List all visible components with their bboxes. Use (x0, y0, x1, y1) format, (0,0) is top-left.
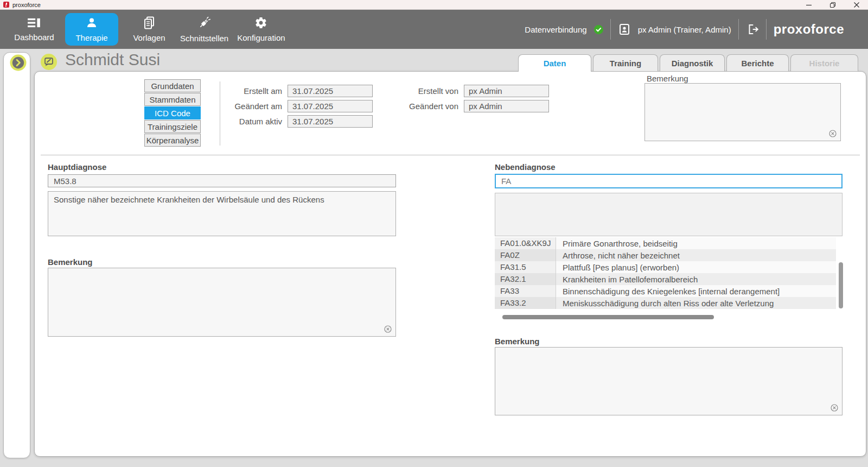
icd-code-cell: FA0Z (495, 249, 556, 261)
app-icon (3, 2, 9, 8)
icd-result-row[interactable]: FA0Z Arthrose, nicht näher bezeichnet (495, 249, 836, 261)
secondary-diagnosis-search-input[interactable] (495, 174, 843, 188)
collapsed-sidebar (3, 52, 30, 458)
logout-icon[interactable] (746, 23, 759, 36)
horizontal-divider (41, 155, 860, 155)
secondary-diagnosis-field-wrap (495, 174, 843, 188)
icd-text-cell: Primäre Gonarthrose, beidseitig (556, 239, 678, 248)
meta-remark-label: Bemerkung (647, 74, 688, 83)
changed-by-row: Geändert von (404, 100, 549, 112)
icd-code-cell: FA31.5 (495, 261, 556, 273)
nav-item-dashboard[interactable]: Dashboard (8, 13, 61, 46)
icd-result-row[interactable]: FA33.2 Meniskusschädigung durch alten Ri… (495, 297, 836, 309)
close-icon[interactable] (853, 1, 860, 9)
gear-icon (254, 16, 267, 31)
divider (738, 19, 739, 40)
tab-diagnostik[interactable]: Diagnostik (660, 54, 725, 71)
icd-text-cell: Meniskusschädigung durch alten Riss oder… (556, 299, 774, 308)
icd-result-row[interactable]: FA31.5 Plattfuß [Pes planus] (erworben) (495, 261, 836, 273)
icd-text-cell: Plattfuß [Pes planus] (erworben) (556, 263, 679, 272)
created-by-row: Erstellt von (404, 85, 549, 97)
active-date-label: Datum aktiv (228, 117, 282, 126)
patient-name: Schmidt Susi (65, 51, 160, 69)
secondary-remark-textarea[interactable] (495, 347, 843, 415)
tab-berichte[interactable]: Berichte (726, 54, 789, 71)
changed-at-label: Geändert am (228, 102, 282, 111)
user-badge-icon[interactable] (618, 23, 631, 36)
subnav-trainingsziele[interactable]: Trainingsziele (144, 120, 201, 133)
icd-code-cell: FA01.0&XK9J (495, 237, 556, 249)
connection-status-label: Datenverbindung (525, 25, 586, 34)
main-diagnosis-description: Sonstige näher bezeichnete Krankheiten d… (48, 191, 396, 236)
main-diagnosis-label: Hauptdiagnose (48, 162, 106, 172)
vertical-divider (220, 81, 220, 146)
icd-code-cell: FA33 (495, 285, 556, 297)
current-user-label: px Admin (Trainer, Admin) (638, 25, 731, 34)
secondary-diagnosis-label: Nebendiagnose (495, 162, 556, 172)
horizontal-scrollbar-thumb[interactable] (502, 315, 714, 319)
dashboard-icon (27, 17, 41, 31)
window-title: proxoforce (12, 2, 41, 8)
main-diagnosis-input[interactable] (48, 174, 396, 187)
created-by-input[interactable] (464, 85, 549, 97)
meta-remark-textarea[interactable] (644, 83, 841, 141)
changed-at-input[interactable] (288, 100, 373, 112)
active-date-input[interactable] (288, 115, 373, 128)
tab-historie[interactable]: Historie (790, 54, 858, 71)
clear-main-remark-icon[interactable] (384, 325, 392, 333)
subnav-grunddaten[interactable]: Grunddaten (144, 79, 201, 92)
check-circle-icon (594, 25, 603, 34)
nav-item-schnittstellen[interactable]: Schnittstellen (176, 13, 233, 46)
icd-result-row[interactable]: FA01.0&XK9J Primäre Gonarthrose, beidsei… (495, 237, 836, 249)
main-navbar: Dashboard Therapie Vorlagen Schnittstell… (0, 10, 868, 49)
person-icon (85, 16, 98, 31)
divider (610, 19, 611, 40)
icd-text-cell: Krankheiten im Patellofemoralbereich (556, 275, 698, 284)
tab-daten[interactable]: Daten (518, 54, 591, 72)
templates-icon (143, 16, 156, 31)
vertical-scrollbar-thumb[interactable] (839, 262, 843, 308)
icd-result-list: FA01.0&XK9J Primäre Gonarthrose, beidsei… (495, 237, 836, 309)
nav-item-therapie[interactable]: Therapie (65, 13, 118, 46)
tab-training[interactable]: Training (593, 54, 658, 71)
patient-note-edit-icon[interactable] (41, 54, 57, 70)
icd-result-row[interactable]: FA32.1 Krankheiten im Patellofemoralbere… (495, 273, 836, 285)
divider (766, 19, 767, 40)
created-at-label: Erstellt am (228, 86, 282, 96)
nav-item-vorlagen[interactable]: Vorlagen (123, 13, 176, 46)
active-date-row: Datum aktiv (228, 115, 373, 128)
main-remark-textarea[interactable] (48, 268, 396, 337)
changed-by-input[interactable] (464, 100, 549, 112)
main-remark-label: Bemerkung (48, 257, 93, 267)
icd-text-cell: Arthrose, nicht näher bezeichnet (556, 251, 680, 260)
icd-code-cell: FA32.1 (495, 273, 556, 285)
clear-remark-icon[interactable] (829, 130, 837, 137)
subnav-koerperanalyse[interactable]: Körperanalyse (144, 134, 201, 147)
icd-result-row[interactable]: FA33 Binnenschädigung des Kniegelenkes [… (495, 285, 836, 297)
nav-item-konfiguration[interactable]: Konfiguration (233, 13, 289, 46)
created-at-row: Erstellt am (228, 85, 373, 97)
secondary-remark-label: Bemerkung (495, 337, 540, 346)
clear-secondary-remark-icon[interactable] (831, 404, 838, 412)
changed-by-label: Geändert von (404, 102, 458, 111)
secondary-diagnosis-description (495, 193, 843, 236)
subnav-icd-code[interactable]: ICD Code (144, 106, 201, 119)
plug-icon (197, 16, 212, 32)
minimize-icon[interactable] (805, 1, 813, 9)
created-at-input[interactable] (288, 85, 373, 97)
icd-text-cell: Binnenschädigung des Kniegelenkes [inter… (556, 287, 780, 296)
app-window: proxoforce Dashboard Therapie (0, 0, 868, 467)
expand-sidebar-button[interactable] (10, 54, 27, 71)
subnav-stammdaten[interactable]: Stammdaten (144, 93, 201, 106)
icd-subnav: Grunddaten Stammdaten ICD Code Trainings… (144, 79, 201, 147)
changed-at-row: Geändert am (228, 100, 373, 112)
window-titlebar: proxoforce (0, 0, 868, 10)
created-by-label: Erstellt von (404, 86, 458, 96)
patient-tabs: Daten Training Diagnostik Berichte Histo… (518, 54, 858, 72)
restore-icon[interactable] (829, 1, 837, 9)
brand-logo: proxoforce (774, 22, 844, 37)
icd-code-cell: FA33.2 (495, 297, 556, 309)
main-diagnosis-field-wrap (48, 174, 396, 187)
